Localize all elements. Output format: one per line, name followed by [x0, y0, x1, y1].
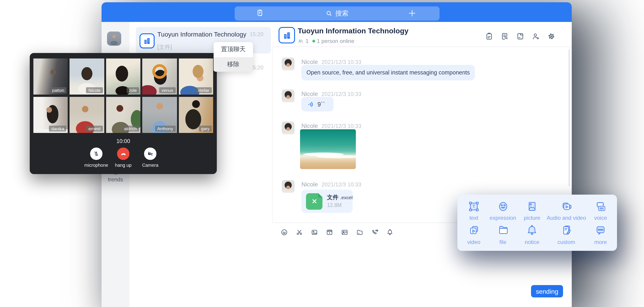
- panel-item-audio-video[interactable]: Audio and video: [546, 199, 586, 223]
- notification-icon[interactable]: [386, 228, 394, 236]
- participant-grid: patton Nicole zole venus stellar danika …: [34, 58, 213, 133]
- avatar[interactable]: [282, 57, 294, 70]
- text-icon: [467, 199, 481, 213]
- participant-name: Anthony: [155, 125, 176, 131]
- file-page-icon[interactable]: [516, 32, 524, 41]
- message-time: 2021/12/3 10:33: [322, 123, 361, 129]
- participant-tile: zole: [106, 58, 141, 95]
- message-type-panel: text expression picture: [458, 195, 617, 251]
- participant-tile: Anthony: [142, 97, 177, 133]
- video-icon: [467, 223, 481, 237]
- panel-item-file[interactable]: file: [488, 223, 517, 247]
- avatar[interactable]: [282, 89, 294, 102]
- mic-muted-button[interactable]: [90, 148, 102, 160]
- camera-muted-button[interactable]: [144, 148, 156, 160]
- control-label: hang up: [115, 162, 132, 167]
- participant-name: gary: [199, 125, 212, 131]
- participant-name: danika: [49, 125, 66, 131]
- voice-icon: [594, 199, 608, 213]
- panel-item-text[interactable]: text: [459, 199, 488, 223]
- context-menu: 置顶聊天 移除: [214, 42, 253, 72]
- camera-muted-icon: [147, 150, 154, 157]
- image-icon[interactable]: [310, 228, 318, 236]
- participant-name: stellar: [196, 87, 212, 93]
- notice-icon: [525, 223, 539, 237]
- add-member-icon[interactable]: [532, 32, 540, 41]
- menu-item-remove[interactable]: 移除: [214, 57, 253, 72]
- panel-label: custom: [558, 239, 575, 245]
- call-icon[interactable]: [371, 228, 379, 236]
- board-icon[interactable]: [485, 32, 494, 41]
- participant-name: Nicole: [86, 87, 103, 93]
- participant-name: ernest: [86, 125, 103, 131]
- search-icon: [326, 10, 332, 17]
- message-header: Nicole2021/12/3 10:33: [302, 89, 361, 98]
- participant-tile: Nicole: [70, 58, 104, 95]
- message-time: 2021/12/3 10:33: [322, 59, 361, 65]
- panel-label: Audio and video: [546, 215, 586, 221]
- emoji-icon[interactable]: [280, 228, 288, 236]
- panel-label: text: [469, 215, 478, 221]
- user-avatar[interactable]: [107, 31, 121, 46]
- excel-file-icon: [306, 193, 322, 210]
- panel-item-video[interactable]: video: [459, 223, 488, 247]
- file-message-bubble[interactable]: 文件 .excel 12.8M: [302, 190, 353, 213]
- participant-name: venus: [159, 87, 176, 93]
- chat-header-actions: [485, 32, 556, 41]
- panel-item-notice[interactable]: notice: [518, 223, 546, 247]
- file-ext: .excel: [340, 195, 353, 200]
- mic-muted-icon: [93, 150, 100, 157]
- sender-name: Nicole: [302, 90, 318, 97]
- chat-title: Tuoyun Information Technology: [298, 27, 408, 35]
- panel-item-voice[interactable]: voice: [586, 199, 615, 223]
- voice-message-bubble[interactable]: 9``: [302, 97, 334, 111]
- add-icon[interactable]: [408, 9, 417, 20]
- settings-icon[interactable]: [547, 32, 556, 41]
- search-history-icon[interactable]: [500, 32, 509, 41]
- expression-icon: [496, 199, 510, 213]
- panel-label: picture: [524, 215, 540, 221]
- participant-tile: patton: [34, 58, 68, 95]
- screenshot-icon[interactable]: [296, 228, 303, 236]
- search-bar[interactable]: 搜索: [235, 6, 440, 20]
- camera-control: Camera: [137, 148, 163, 167]
- folder-icon[interactable]: [356, 228, 364, 236]
- send-button[interactable]: sending: [531, 285, 563, 298]
- message-header: Nicole2021/12/3 10:33: [302, 57, 361, 66]
- panel-item-picture[interactable]: picture: [518, 199, 546, 223]
- video-clip-icon[interactable]: [326, 228, 334, 236]
- control-label: Camera: [142, 162, 158, 167]
- file-name: 文件: [327, 194, 338, 201]
- participant-name: zole: [127, 87, 139, 93]
- contact-card-icon[interactable]: [341, 228, 348, 236]
- sender-name: Nicole: [302, 122, 318, 129]
- trends-label: trends: [102, 176, 130, 183]
- panel-label: voice: [594, 215, 607, 221]
- avatar[interactable]: [282, 121, 294, 134]
- image-message-beach[interactable]: [300, 129, 356, 169]
- video-call-window: patton Nicole zole venus stellar danika …: [30, 53, 217, 174]
- sender-name: Nicole: [302, 181, 318, 188]
- panel-item-more[interactable]: more: [586, 223, 615, 247]
- hang-up-button[interactable]: [117, 148, 130, 160]
- more-icon: [594, 223, 608, 237]
- hang-up-icon: [120, 150, 127, 157]
- file-size: 12.8M: [327, 202, 342, 208]
- search-placeholder: 搜索: [335, 9, 348, 18]
- message-text: Open source, free, and universal instant…: [306, 69, 470, 76]
- hangup-control: hang up: [110, 148, 136, 167]
- text-message-bubble[interactable]: Open source, free, and universal instant…: [302, 65, 475, 80]
- panel-item-custom[interactable]: custom: [546, 223, 586, 247]
- message-header: Nicole2021/12/3 10:33: [302, 180, 361, 188]
- picture-icon: [525, 199, 539, 213]
- scrollbar[interactable]: [568, 49, 570, 186]
- panel-label: file: [500, 239, 506, 245]
- audio-video-icon: [559, 199, 573, 213]
- chat-group-avatar: [278, 27, 295, 43]
- menu-item-pin-chat[interactable]: 置顶聊天: [214, 42, 253, 57]
- panel-item-expression[interactable]: expression: [488, 199, 517, 223]
- avatar[interactable]: [282, 180, 294, 193]
- panel-label: more: [594, 239, 607, 245]
- participant-tile: ernest: [70, 97, 104, 133]
- send-label: sending: [536, 288, 558, 295]
